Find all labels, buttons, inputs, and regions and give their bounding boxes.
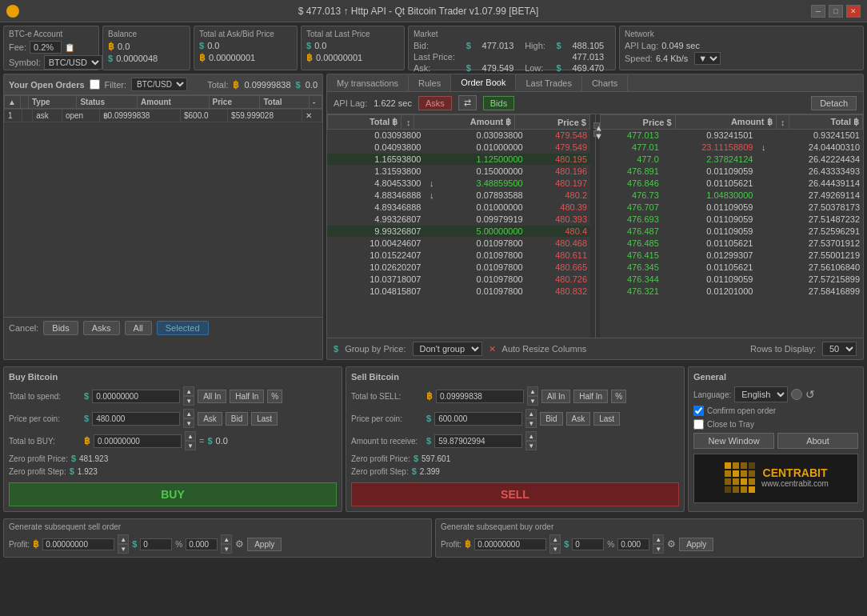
tab-order-book[interactable]: Order Book <box>451 74 516 91</box>
sell-all-in-button[interactable]: All In <box>541 390 570 403</box>
orders-scroll[interactable]: 1 ask open ฿0.09999838 $600.0 $59.999028… <box>4 109 322 317</box>
sell-ask-button[interactable]: Ask <box>566 412 591 426</box>
buy-half-in-button[interactable]: Half In <box>230 390 264 403</box>
gen-sell-up[interactable]: ▲ <box>118 534 129 544</box>
scroll-down-icon[interactable]: ▼ <box>593 130 600 137</box>
buy-pct-button[interactable]: % <box>267 390 282 403</box>
minimize-button[interactable]: ─ <box>811 5 825 18</box>
circle-icon[interactable] <box>791 389 802 400</box>
cancel-all-button[interactable]: All <box>125 321 152 335</box>
buy-last-button[interactable]: Last <box>251 412 278 426</box>
sell-last-button[interactable]: Last <box>593 412 620 426</box>
sell-pct-button[interactable]: % <box>611 390 626 403</box>
buy-bid-button[interactable]: Bid <box>226 412 248 426</box>
switch-button[interactable]: ⇄ <box>458 95 477 110</box>
col-sort[interactable]: ▲ <box>5 96 21 109</box>
tab-my-transactions[interactable]: My transactions <box>327 75 409 91</box>
auto-resize-x[interactable]: ✕ <box>489 344 496 354</box>
asks-col-sort[interactable]: ↕ <box>402 115 414 130</box>
close-button[interactable]: ✕ <box>846 5 861 18</box>
spend-down[interactable]: ▼ <box>183 396 194 406</box>
fee-input[interactable] <box>30 41 62 54</box>
receive-down[interactable]: ▼ <box>525 441 537 450</box>
col-status[interactable]: Status <box>77 96 138 109</box>
group-select[interactable]: Don't group <box>413 342 482 356</box>
tab-charts[interactable]: Charts <box>582 75 628 91</box>
confirm-checkbox[interactable] <box>693 406 704 416</box>
receive-input[interactable] <box>434 434 522 448</box>
refresh-icon[interactable]: ↺ <box>805 388 815 401</box>
col-price[interactable]: Price <box>209 96 260 109</box>
buy-price-input[interactable] <box>92 412 180 426</box>
about-button[interactable]: About <box>777 433 858 449</box>
tab-last-trades[interactable]: Last Trades <box>516 75 581 91</box>
bids-col-sort[interactable]: ↕ <box>776 115 789 130</box>
buy-total-input[interactable] <box>94 434 182 448</box>
gen-sell-dec-down[interactable]: ▼ <box>221 544 232 554</box>
receive-up[interactable]: ▲ <box>525 431 537 441</box>
sell-bid-button[interactable]: Bid <box>540 412 562 426</box>
new-window-button[interactable]: New Window <box>693 433 774 449</box>
gen-sell-icon[interactable]: ⚙ <box>235 538 244 550</box>
gen-buy-pct-input[interactable] <box>572 538 604 550</box>
gen-buy-down[interactable]: ▼ <box>549 544 561 554</box>
asks-col-price[interactable]: Price $ <box>515 115 590 130</box>
close-tray-checkbox[interactable] <box>693 419 704 430</box>
gen-buy-dec-up[interactable]: ▲ <box>653 534 664 544</box>
sell-price-up[interactable]: ▲ <box>525 409 537 418</box>
gen-sell-down[interactable]: ▼ <box>118 544 129 554</box>
selected-button[interactable]: Selected <box>157 321 209 335</box>
cancel-bids-button[interactable]: Bids <box>43 321 78 335</box>
col-amount[interactable]: Amount <box>138 96 209 109</box>
rows-select[interactable]: 50 <box>822 342 857 356</box>
filter-checkbox[interactable] <box>90 79 100 90</box>
bids-col-price[interactable]: Price $ <box>601 115 676 130</box>
lang-select[interactable]: English <box>734 386 788 402</box>
col-type[interactable]: Type <box>29 96 77 109</box>
scroll-up-icon[interactable]: ▲ <box>593 122 600 129</box>
sell-up[interactable]: ▲ <box>527 386 538 396</box>
buy-total-down[interactable]: ▼ <box>185 441 196 450</box>
asks-col-amount[interactable]: Amount ฿ <box>414 115 515 130</box>
gen-sell-decimal-input[interactable] <box>186 538 218 550</box>
sell-input[interactable] <box>436 390 524 403</box>
filter-select[interactable]: BTC/USD <box>131 78 187 91</box>
sell-down[interactable]: ▼ <box>527 396 538 406</box>
clipboard-icon[interactable]: 📋 <box>65 43 74 52</box>
gen-sell-dec-up[interactable]: ▲ <box>221 534 232 544</box>
order-remove[interactable]: ✕ <box>302 110 322 122</box>
col-total[interactable]: Total <box>260 96 310 109</box>
asks-col-total[interactable]: Total ฿ <box>328 115 402 130</box>
gen-buy-icon[interactable]: ⚙ <box>667 538 676 550</box>
buy-ask-button[interactable]: Ask <box>198 412 222 426</box>
detach-button[interactable]: Detach <box>811 96 857 110</box>
tab-rules[interactable]: Rules <box>409 75 451 91</box>
buy-total-up[interactable]: ▲ <box>185 431 196 441</box>
gen-sell-apply-button[interactable]: Apply <box>247 538 282 551</box>
window-controls[interactable]: ─ □ ✕ <box>811 5 861 18</box>
sell-price-input[interactable] <box>434 412 522 426</box>
buy-all-in-button[interactable]: All In <box>198 390 226 403</box>
gen-buy-up[interactable]: ▲ <box>549 534 561 544</box>
gen-buy-dec-down[interactable]: ▼ <box>653 544 664 554</box>
asks-toggle[interactable]: Asks <box>418 96 452 110</box>
bids-col-total[interactable]: Total ฿ <box>789 115 862 130</box>
spend-input[interactable] <box>92 390 180 403</box>
spend-up[interactable]: ▲ <box>183 386 194 396</box>
gen-sell-profit-input[interactable] <box>42 538 114 550</box>
buy-price-up[interactable]: ▲ <box>183 409 194 418</box>
bids-toggle[interactable]: Bids <box>483 96 514 110</box>
gen-buy-apply-button[interactable]: Apply <box>679 538 713 551</box>
asks-scroll[interactable]: 0.030938000.03093800479.548 0.040938000.… <box>327 130 590 338</box>
gen-buy-profit-input[interactable] <box>474 538 546 550</box>
symbol-select[interactable]: BTC/USD <box>44 55 102 70</box>
gen-sell-pct-input[interactable] <box>140 538 172 550</box>
sell-half-in-button[interactable]: Half In <box>573 390 608 403</box>
maximize-button[interactable]: □ <box>829 5 843 18</box>
sell-button[interactable]: SELL <box>351 482 679 506</box>
gen-buy-decimal-input[interactable] <box>617 538 649 550</box>
bids-col-amount[interactable]: Amount ฿ <box>675 115 776 130</box>
buy-price-down[interactable]: ▼ <box>183 418 194 428</box>
buy-button[interactable]: BUY <box>9 482 337 506</box>
cancel-asks-button[interactable]: Asks <box>83 321 120 335</box>
